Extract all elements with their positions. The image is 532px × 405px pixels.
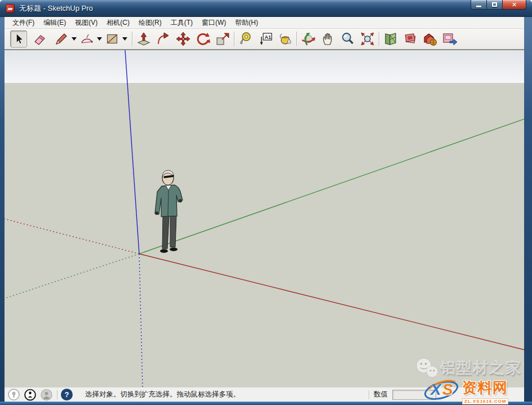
model-viewport[interactable]: 铝型材之家	[5, 50, 524, 387]
tape-measure-icon	[238, 32, 253, 46]
vcb-separator	[369, 390, 369, 399]
svg-text:A1: A1	[265, 34, 272, 40]
toolbar: A1	[5, 29, 524, 50]
minimize-button[interactable]	[471, 0, 487, 10]
eraser-icon	[33, 32, 47, 46]
select-tool-button[interactable]	[10, 30, 27, 47]
menu-camera[interactable]: 相机(C)	[102, 17, 134, 28]
push-pull-tool-button[interactable]	[135, 30, 152, 47]
app-window: 无标题 - SketchUp Pro ✕ 文件(F) 编辑(E) 视图(V) 相…	[0, 0, 532, 405]
menu-view[interactable]: 视图(V)	[70, 17, 102, 28]
menu-edit[interactable]: 编辑(E)	[39, 17, 70, 28]
rotate-icon	[196, 32, 210, 46]
sign-in-person-icon	[41, 389, 52, 401]
status-separator	[57, 390, 57, 399]
share-model-icon	[442, 32, 458, 46]
zoom-tool-button[interactable]	[339, 30, 356, 47]
menu-bar: 文件(F) 编辑(E) 视图(V) 相机(C) 绘图(R) 工具(T) 窗口(W…	[5, 17, 524, 29]
person-credit-icon	[24, 389, 36, 401]
close-icon: ✕	[512, 2, 517, 8]
pan-hand-icon	[321, 32, 335, 46]
help-status-button[interactable]: ?	[61, 389, 73, 400]
credits-status-button[interactable]	[24, 389, 36, 400]
status-bar: ? 选择对象。切换到扩充选择。拖动鼠标选择多项。 数值 X S 资料网 ZL.X…	[5, 387, 524, 402]
text-a1-icon: A1	[258, 32, 273, 46]
toolbar-separator	[379, 32, 379, 46]
measurements-input[interactable]	[392, 390, 436, 400]
chevron-down-icon	[97, 37, 102, 41]
rectangle-tool-button[interactable]	[104, 30, 121, 47]
zoom-extents-icon	[360, 32, 375, 46]
arc-icon	[79, 32, 94, 46]
warehouse-3d-button[interactable]	[422, 30, 438, 47]
menu-file[interactable]: 文件(F)	[8, 17, 39, 28]
vcb-label: 数值	[374, 390, 388, 399]
dimension-text-tool-button[interactable]: A1	[257, 30, 274, 47]
scale-icon	[215, 32, 230, 46]
title-bar[interactable]: 无标题 - SketchUp Pro ✕	[0, 0, 532, 17]
move-tool-button[interactable]	[175, 30, 192, 47]
scale-tool-button[interactable]	[214, 30, 231, 47]
eraser-tool-button[interactable]	[32, 30, 48, 47]
close-button[interactable]: ✕	[503, 0, 526, 10]
sketchup-app-icon	[6, 4, 15, 13]
geolocation-icon	[8, 389, 20, 400]
sky	[5, 50, 524, 83]
select-cursor-icon	[12, 33, 25, 45]
chevron-down-icon	[122, 37, 127, 41]
ground	[5, 83, 524, 387]
warehouse-house-icon	[422, 32, 438, 46]
arc-tool-dropdown[interactable]	[95, 30, 104, 47]
push-pull-icon	[136, 32, 151, 46]
follow-me-tool-button[interactable]	[155, 30, 172, 47]
menu-help[interactable]: 帮助(H)	[230, 17, 263, 28]
toolbar-separator	[234, 32, 234, 46]
arc-tool-button[interactable]	[78, 30, 95, 47]
menu-window[interactable]: 窗口(W)	[197, 17, 230, 28]
follow-me-icon	[156, 32, 171, 46]
rotate-tool-button[interactable]	[194, 30, 211, 47]
menu-tools[interactable]: 工具(T)	[166, 17, 197, 28]
chevron-down-icon	[72, 37, 77, 41]
line-tool-button[interactable]	[53, 30, 70, 47]
question-mark-icon: ?	[65, 390, 69, 399]
minimize-icon	[476, 6, 481, 7]
viewport-canvas	[5, 50, 524, 387]
map-location-icon	[383, 32, 398, 46]
orbit-tool-button[interactable]	[300, 30, 317, 47]
paint-bucket-icon	[278, 32, 292, 46]
tape-measure-tool-button[interactable]	[237, 30, 254, 47]
status-message: 选择对象。切换到扩充选择。拖动鼠标选择多项。	[85, 390, 240, 399]
signin-status-button[interactable]	[41, 389, 52, 400]
photos-icon	[403, 32, 418, 46]
maximize-button[interactable]	[487, 0, 503, 10]
get-location-button[interactable]	[382, 30, 399, 47]
pencil-icon	[55, 32, 68, 46]
maximize-icon	[492, 2, 497, 7]
window-bottom-border	[0, 402, 532, 405]
zoom-icon	[340, 32, 355, 46]
move-icon	[176, 32, 190, 46]
window-title: 无标题 - SketchUp Pro	[19, 3, 93, 14]
paint-bucket-tool-button[interactable]	[277, 30, 294, 47]
photo-textures-button[interactable]	[402, 30, 419, 47]
zoom-extents-tool-button[interactable]	[359, 30, 376, 47]
share-model-button[interactable]	[441, 30, 458, 47]
geolocation-status-button[interactable]	[8, 389, 20, 400]
menu-draw[interactable]: 绘图(R)	[134, 17, 166, 28]
rectangle-tool-dropdown[interactable]	[121, 30, 129, 47]
rectangle-icon	[105, 32, 119, 46]
orbit-icon	[300, 32, 316, 46]
line-tool-dropdown[interactable]	[70, 30, 78, 47]
pan-tool-button[interactable]	[320, 30, 336, 47]
toolbar-separator	[132, 32, 132, 46]
toolbar-separator	[296, 32, 297, 46]
